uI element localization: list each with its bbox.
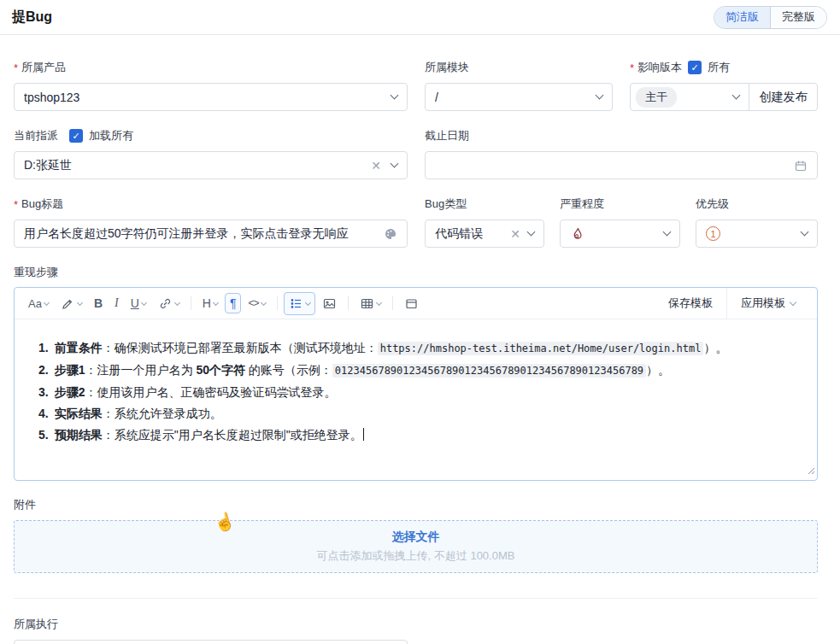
- page-title: 提Bug: [12, 9, 52, 26]
- deadline-input[interactable]: [425, 151, 818, 179]
- severity-flame-icon: 1: [570, 226, 585, 242]
- product-label: * 所属产品: [14, 61, 408, 74]
- priority-label: 优先级: [696, 197, 818, 211]
- clear-icon[interactable]: ✕: [371, 160, 381, 172]
- priority-select[interactable]: 1: [696, 220, 818, 248]
- required-star: *: [630, 61, 634, 74]
- bug-type-value: 代码错误: [435, 226, 510, 242]
- chevron-down-icon: [260, 299, 266, 305]
- steps-editor: AaBIUH¶<> 保存模板 应用模板 1.前置条件：确保测试环境已部署至最新版…: [14, 287, 818, 481]
- editor-toolbar: AaBIUH¶<> 保存模板 应用模板: [15, 288, 817, 319]
- execution-select[interactable]: [14, 640, 408, 644]
- chevron-down-icon: [732, 91, 741, 100]
- toolbar-divider: [191, 296, 191, 310]
- font-style-button[interactable]: Aa: [23, 294, 54, 313]
- steps-content[interactable]: 1.前置条件：确保测试环境已部署至最新版本（测试环境地址：https://hms…: [15, 319, 817, 446]
- required-star: *: [14, 61, 18, 74]
- version-all-checkbox[interactable]: ✓: [688, 61, 702, 74]
- italic-button[interactable]: I: [109, 293, 124, 313]
- steps-label: 重现步骤: [14, 266, 818, 279]
- upload-dropzone[interactable]: 选择文件 可点击添加或拖拽上传, 不超过 100.0MB: [14, 520, 818, 573]
- resize-grip[interactable]: [807, 463, 815, 478]
- chevron-down-icon: [527, 228, 536, 237]
- calendar-icon: [794, 159, 808, 173]
- heading-button[interactable]: H: [197, 293, 223, 313]
- chevron-down-icon: [77, 299, 83, 305]
- bug-title-input[interactable]: [24, 227, 377, 241]
- version-label: * 影响版本 ✓ 所有: [630, 61, 818, 74]
- svg-text:1: 1: [576, 234, 579, 238]
- attachment-label: 附件: [14, 498, 818, 512]
- apply-template-button[interactable]: 应用模板: [727, 288, 809, 319]
- deadline-label: 截止日期: [425, 129, 818, 143]
- chevron-down-icon: [375, 299, 381, 305]
- chevron-down-icon: [663, 228, 672, 237]
- text-color-button[interactable]: [56, 292, 87, 315]
- chevron-down-icon: [801, 228, 809, 237]
- clear-icon[interactable]: ✕: [510, 228, 520, 240]
- toolbar-divider: [348, 296, 349, 310]
- assignee-value: D:张延世: [24, 158, 371, 173]
- bug-type-label: Bug类型: [425, 197, 544, 211]
- list-button[interactable]: [284, 292, 315, 315]
- save-template-button[interactable]: 保存模板: [655, 288, 726, 319]
- chevron-down-icon: [391, 91, 399, 100]
- required-star: *: [14, 198, 18, 211]
- create-release-button[interactable]: 创建发布: [749, 83, 818, 111]
- simple-view-tab[interactable]: 简洁版: [714, 7, 771, 28]
- chevron-down-icon: [141, 299, 147, 305]
- assignee-select[interactable]: D:张延世 ✕: [14, 151, 408, 179]
- view-mode-toggle: 简洁版 完整版: [714, 6, 827, 29]
- chevron-down-icon: [174, 299, 180, 305]
- panel-button[interactable]: [399, 292, 424, 315]
- load-all-checkbox[interactable]: ✓: [69, 129, 83, 143]
- version-select[interactable]: 主干: [630, 83, 749, 111]
- bug-title-label: * Bug标题: [14, 197, 408, 211]
- code-button[interactable]: <>: [243, 294, 270, 313]
- image-button[interactable]: [317, 292, 342, 315]
- text-caret: [363, 428, 365, 441]
- steps-line: 4.实际结果：系统允许登录成功。: [26, 403, 805, 424]
- link-button[interactable]: [153, 292, 185, 315]
- table-button[interactable]: [355, 292, 386, 315]
- steps-line: 5.预期结果：系统应提示"用户名长度超过限制"或拒绝登录。: [26, 424, 805, 446]
- paragraph-button[interactable]: ¶: [225, 293, 242, 313]
- section-divider: [14, 598, 818, 599]
- choose-file-link[interactable]: 选择文件: [392, 530, 440, 545]
- bug-title-field: [14, 220, 408, 248]
- severity-label: 严重程度: [560, 197, 680, 211]
- execution-label: 所属执行: [14, 618, 818, 631]
- bug-form: * 所属产品 tpshop123 所属模块 / * 影: [0, 35, 840, 644]
- priority-1-icon: 1: [706, 226, 720, 241]
- toolbar-divider: [392, 296, 393, 310]
- version-tag: 主干: [636, 87, 677, 108]
- chevron-down-icon: [213, 299, 219, 305]
- full-view-tab[interactable]: 完整版: [771, 7, 826, 28]
- module-label: 所属模块: [425, 61, 613, 74]
- steps-line: 3.步骤2：使用该用户名、正确密码及验证码尝试登录。: [26, 382, 805, 403]
- palette-icon[interactable]: [384, 227, 397, 241]
- severity-select[interactable]: 1: [560, 220, 680, 248]
- product-select[interactable]: tpshop123: [14, 83, 408, 111]
- toolbar-divider: [277, 296, 278, 310]
- upload-hint: 可点击添加或拖拽上传, 不超过 100.0MB: [317, 548, 515, 564]
- chevron-down-icon: [391, 160, 399, 168]
- chevron-down-icon: [44, 299, 50, 305]
- load-all-label: 加载所有: [89, 128, 133, 143]
- chevron-down-icon: [596, 91, 604, 100]
- assignee-label: 当前指派 ✓ 加载所有: [14, 129, 408, 143]
- bold-button[interactable]: B: [89, 293, 108, 313]
- module-select[interactable]: /: [425, 83, 613, 111]
- version-all-label: 所有: [708, 60, 730, 75]
- bug-type-select[interactable]: 代码错误 ✕: [425, 220, 544, 248]
- product-value: tpshop123: [24, 91, 391, 104]
- steps-line: 1.前置条件：确保测试环境已部署至最新版本（测试环境地址：https://hms…: [26, 337, 805, 360]
- chevron-down-icon: [790, 299, 796, 306]
- module-value: /: [435, 91, 596, 104]
- steps-line: 2.步骤1：注册一个用户名为 50个字符 的账号（示例：012345678901…: [26, 360, 805, 382]
- underline-button[interactable]: U: [126, 293, 151, 313]
- chevron-down-icon: [304, 299, 310, 305]
- page-header: 提Bug 简洁版 完整版: [0, 0, 840, 35]
